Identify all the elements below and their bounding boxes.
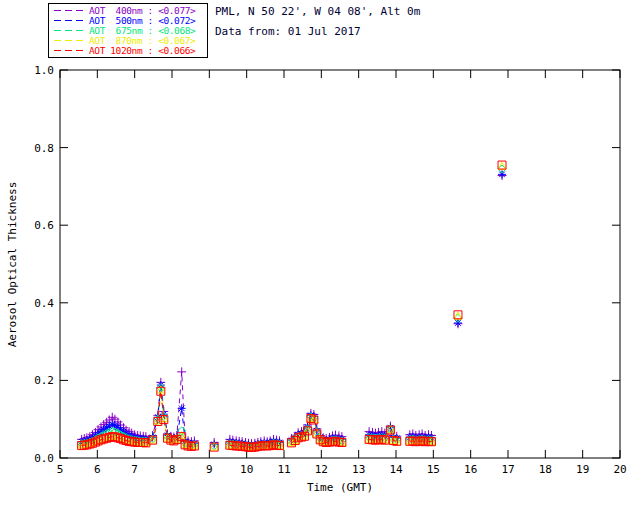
x-tick-label: 18 [539,463,552,476]
legend-item-870nm: AOT 870nm : <0.067> [49,36,207,46]
x-tick-label: 10 [240,463,253,476]
y-tick-label: 0.4 [34,297,54,310]
x-tick-label: 9 [206,463,213,476]
y-tick-label: 1.0 [34,64,54,77]
y-tick-label: 0.0 [34,452,54,465]
legend-item-675nm: AOT 675nm : <0.068> [49,25,207,35]
x-tick-label: 13 [352,463,365,476]
legend-label-1020nm: AOT 1020nm : <0.066> [89,45,195,56]
dashed-line-swatch-675nm [54,30,84,31]
x-tick-label: 7 [131,463,138,476]
legend-item-1020nm: AOT 1020nm : <0.066> [49,46,207,56]
x-tick-label: 12 [315,463,328,476]
x-tick-label: 14 [389,463,403,476]
series-markers-400nm [77,171,506,448]
date-subtitle: Data from: 01 Jul 2017 [215,25,361,38]
dashed-line-swatch-400nm [54,10,84,11]
x-tick-label: 8 [169,463,176,476]
series-markers-1020nm [78,161,506,451]
aot-plot-window: 5678910111213141516171819200.00.20.40.60… [0,0,640,512]
series-markers-675nm [78,165,506,450]
y-axis-label: Aerosol Optical Thickness [6,145,19,385]
x-tick-label: 19 [576,463,589,476]
plot-area: 5678910111213141516171819200.00.20.40.60… [0,0,640,512]
y-tick-label: 0.2 [34,374,54,387]
dashed-line-swatch-500nm [54,20,84,21]
dashed-line-swatch-1020nm [54,50,84,51]
legend-box: AOT 400nm : <0.077> AOT 500nm : <0.072> … [48,3,208,58]
legend-item-500nm: AOT 500nm : <0.072> [49,15,207,25]
x-axis-label: Time (GMT) [307,481,373,494]
page-title: PML, N 50 22', W 04 08', Alt 0m [215,5,420,18]
x-tick-label: 20 [613,463,626,476]
x-tick-label: 6 [94,463,101,476]
x-tick-label: 11 [277,463,290,476]
series-markers-500nm [78,170,506,449]
legend-item-400nm: AOT 400nm : <0.077> [49,5,207,15]
x-tick-label: 5 [57,463,64,476]
series-markers-870nm [78,162,506,450]
y-tick-label: 0.8 [34,142,54,155]
x-tick-label: 16 [464,463,477,476]
axes-box [60,70,620,458]
dashed-line-swatch-870nm [54,40,84,41]
y-tick-label: 0.6 [34,219,54,232]
x-tick-label: 17 [501,463,514,476]
x-tick-label: 15 [427,463,440,476]
